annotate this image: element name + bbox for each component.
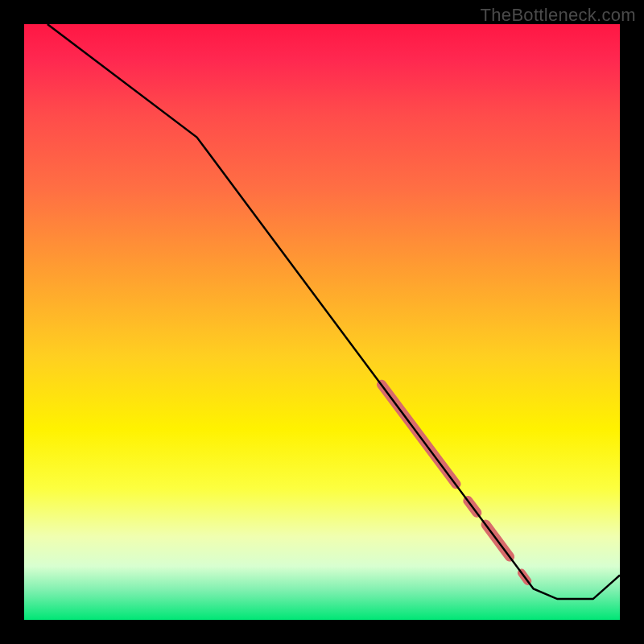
bottleneck-chart: TheBottleneck.com xyxy=(0,0,644,644)
watermark-text: TheBottleneck.com xyxy=(481,5,636,26)
chart-svg xyxy=(0,0,644,644)
plot-background xyxy=(24,24,620,620)
